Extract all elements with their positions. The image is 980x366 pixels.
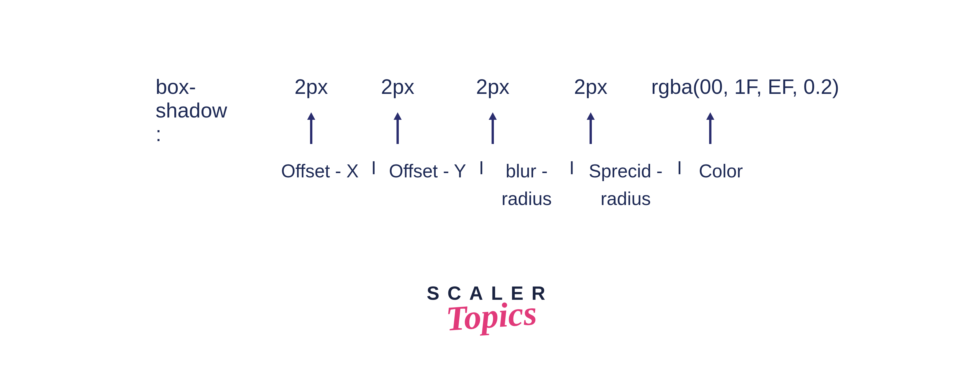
value-text: rgba(00, 1F, EF, 0.2): [651, 75, 839, 98]
syntax-row: box-shadow : 2px 2px 2px: [156, 75, 847, 146]
value-blur-radius: 2px: [444, 75, 542, 144]
value-color: rgba(00, 1F, EF, 0.2): [640, 75, 847, 144]
label-blur-radius: blur -radius: [495, 157, 558, 212]
separator: I: [677, 157, 682, 179]
brand-logo: SCALER Topics: [427, 282, 553, 336]
diagram-container: box-shadow : 2px 2px 2px: [156, 75, 847, 212]
arrow-up-icon: [305, 112, 317, 144]
value-offset-y: 2px: [352, 75, 444, 144]
separator: I: [371, 157, 376, 179]
separator: I: [479, 157, 484, 179]
value-spread-radius: 2px: [542, 75, 640, 144]
arrow-up-icon: [487, 112, 498, 144]
value-text: 2px: [476, 75, 509, 98]
value-text: 2px: [294, 75, 328, 98]
value-text: 2px: [574, 75, 608, 98]
label-offset-y: Offset - Y: [387, 157, 468, 185]
property-label: box-shadow :: [156, 75, 231, 146]
separator: I: [570, 157, 574, 179]
label-row: Offset - X I Offset - Y I blur -radius I…: [156, 157, 847, 212]
value-offset-x: 2px: [271, 75, 352, 144]
value-text: 2px: [381, 75, 414, 98]
arrow-up-icon: [705, 112, 716, 144]
label-color: Color: [693, 157, 745, 185]
value-group: 2px 2px 2px: [271, 75, 847, 144]
arrow-up-icon: [392, 112, 403, 144]
label-spread-radius: Sprecid -radius: [585, 157, 666, 212]
arrow-up-icon: [585, 112, 597, 144]
logo-topics-text: Topics: [445, 293, 538, 339]
label-offset-x: Offset - X: [280, 157, 360, 185]
